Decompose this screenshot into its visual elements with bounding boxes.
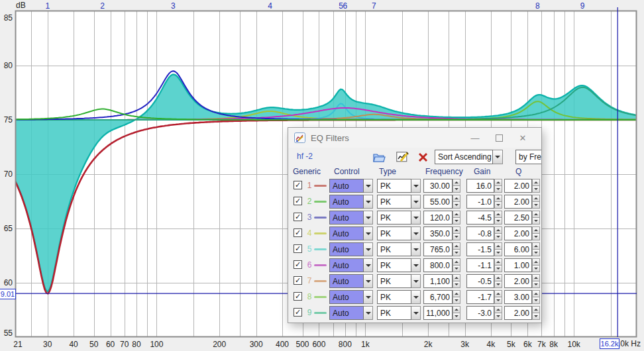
filter-type-select[interactable]: PK [377,274,421,288]
filter-enabled-checkbox[interactable] [294,197,302,205]
spinner-up-icon[interactable] [453,179,460,186]
control-select-value[interactable]: Auto [329,306,364,320]
frequency-spinner-value[interactable]: 1,100 [423,274,453,288]
spinner-up-icon[interactable] [532,226,540,234]
spinner-up-icon[interactable] [494,211,502,218]
edit-filters-button[interactable] [395,150,409,164]
spinner-down-icon[interactable] [453,250,460,256]
spinner-up-icon[interactable] [494,290,502,297]
filter-type-select-value[interactable]: PK [377,274,411,288]
q-spinner-value[interactable]: 6.00 [504,242,532,256]
filter-type-select[interactable]: PK [377,179,421,193]
dialog-titlebar[interactable]: EQ Filters — ✕ [288,128,541,148]
chevron-down-icon[interactable] [364,242,373,256]
spinner-down-icon[interactable] [494,250,502,256]
clear-filters-button[interactable] [415,150,430,164]
control-select-value[interactable]: Auto [329,195,364,209]
gain-spinner-value[interactable]: -4.5 [466,211,494,225]
spinner-up-icon[interactable] [532,290,540,297]
spinner-down-icon[interactable] [494,218,502,225]
gain-spinner-value[interactable]: -1.0 [466,195,494,209]
minimize-button[interactable]: — [463,128,487,148]
spinner-up-icon[interactable] [453,242,460,250]
maximize-button[interactable] [487,128,511,148]
chevron-down-icon[interactable] [364,195,373,209]
spinner-up-icon[interactable] [532,211,540,218]
gain-spinner-value[interactable]: -1.7 [466,290,494,304]
gain-spinner-value[interactable]: 16.0 [466,179,494,193]
frequency-spinner-value[interactable]: 120.0 [423,211,453,225]
control-select[interactable]: Auto [329,211,373,225]
spinner-up-icon[interactable] [494,226,502,234]
spinner-up-icon[interactable] [532,258,540,266]
filter-enabled-checkbox[interactable] [294,228,302,237]
chevron-down-icon[interactable] [411,211,421,225]
spinner-down-icon[interactable] [494,202,502,209]
chevron-down-icon[interactable] [411,195,421,209]
frequency-spinner-value[interactable]: 11,000 [423,306,453,320]
q-spinner-value[interactable]: 3.00 [504,290,532,304]
spinner-up-icon[interactable] [532,179,540,186]
spinner-down-icon[interactable] [494,281,502,288]
filter-type-select-value[interactable]: PK [377,242,411,256]
spinner-up-icon[interactable] [532,242,540,250]
chevron-down-icon[interactable] [364,179,373,193]
filter-type-select[interactable]: PK [377,242,421,256]
filter-type-select[interactable]: PK [377,258,421,272]
gain-spinner-value[interactable]: -1.1 [466,258,494,272]
control-select-value[interactable]: Auto [329,290,364,304]
spinner-up-icon[interactable] [453,211,460,218]
spinner-down-icon[interactable] [532,234,540,240]
gain-spinner-value[interactable]: -0.8 [466,226,494,240]
filter-type-select[interactable]: PK [377,226,421,240]
control-select-value[interactable]: Auto [329,179,364,193]
control-select-value[interactable]: Auto [329,211,364,225]
spinner-up-icon[interactable] [453,290,460,297]
sort-by-select[interactable]: by Fre [515,150,542,164]
filter-type-select[interactable]: PK [377,306,421,320]
spinner-up-icon[interactable] [453,226,460,234]
filter-enabled-checkbox[interactable] [294,276,302,285]
spinner-down-icon[interactable] [532,250,540,256]
control-select[interactable]: Auto [329,274,373,288]
chevron-down-icon[interactable] [364,211,373,225]
spinner-down-icon[interactable] [453,186,460,193]
chevron-down-icon[interactable] [411,258,421,272]
sort-order-value[interactable]: Sort Ascending [435,150,493,164]
filter-type-select[interactable]: PK [377,211,421,225]
filter-type-select-value[interactable]: PK [377,226,411,240]
spinner-down-icon[interactable] [453,313,460,320]
gain-spinner-value[interactable]: -1.5 [466,242,494,256]
chevron-down-icon[interactable] [493,150,503,164]
gain-spinner-value[interactable]: -0.5 [466,274,494,288]
spinner-down-icon[interactable] [453,281,460,288]
spinner-up-icon[interactable] [494,195,502,202]
filter-type-select[interactable]: PK [377,290,421,304]
q-spinner-value[interactable]: 1.00 [504,258,532,272]
spinner-down-icon[interactable] [532,313,540,320]
spinner-down-icon[interactable] [532,202,540,209]
control-select-value[interactable]: Auto [329,226,364,240]
q-spinner-value[interactable]: 2.00 [504,274,532,288]
control-select[interactable]: Auto [329,290,373,304]
filter-enabled-checkbox[interactable] [294,260,302,269]
filter-type-select-value[interactable]: PK [377,195,411,209]
control-select-value[interactable]: Auto [329,258,364,272]
spinner-down-icon[interactable] [453,218,460,225]
control-select[interactable]: Auto [329,179,373,193]
spinner-up-icon[interactable] [453,195,460,202]
filter-type-select-value[interactable]: PK [377,258,411,272]
spinner-down-icon[interactable] [532,297,540,304]
spinner-up-icon[interactable] [532,274,540,281]
control-select[interactable]: Auto [329,195,373,209]
spinner-up-icon[interactable] [494,274,502,281]
chevron-down-icon[interactable] [364,258,373,272]
frequency-spinner-value[interactable]: 765.0 [423,242,453,256]
open-filters-button[interactable] [372,150,387,164]
spinner-down-icon[interactable] [494,313,502,320]
filter-enabled-checkbox[interactable] [294,292,302,301]
chevron-down-icon[interactable] [411,242,421,256]
filter-enabled-checkbox[interactable] [294,308,302,317]
spinner-up-icon[interactable] [494,306,502,313]
spinner-down-icon[interactable] [532,218,540,225]
